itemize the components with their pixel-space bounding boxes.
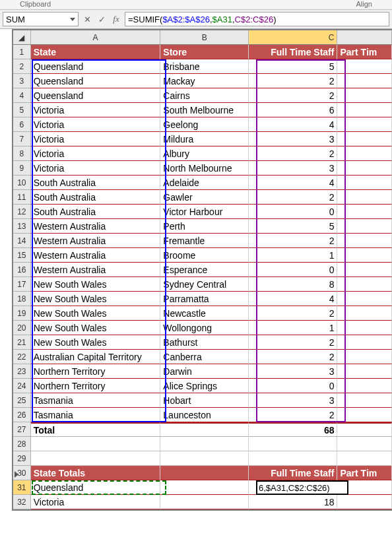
cell[interactable] (249, 437, 337, 451)
row-header[interactable]: 28 (13, 437, 31, 451)
cell-store[interactable]: Mildura (160, 132, 249, 146)
cell[interactable] (160, 422, 249, 437)
cell-state[interactable]: Queensland (31, 59, 161, 74)
col-header-A[interactable]: A (31, 30, 161, 45)
cell-store[interactable]: Esperance (160, 263, 249, 277)
cell-state[interactable]: Victoria (31, 146, 161, 161)
cell[interactable] (160, 451, 249, 466)
cell[interactable] (337, 74, 392, 88)
cell-store[interactable]: Sydney Central (160, 277, 249, 292)
row-header[interactable]: 3 (13, 74, 31, 88)
cell-store[interactable]: Brisbane (160, 59, 249, 74)
cell-store[interactable]: Parramatta (160, 292, 249, 306)
cell-value[interactable]: 2 (249, 408, 337, 422)
cell-store[interactable]: Adelaide (160, 176, 249, 190)
cell[interactable] (337, 422, 392, 437)
cell[interactable] (337, 321, 392, 335)
cell-state[interactable]: Victoria (31, 132, 161, 146)
col-header-D[interactable] (337, 30, 392, 45)
cell-value[interactable]: 0 (249, 205, 337, 219)
cell[interactable] (337, 437, 392, 451)
header-parttime[interactable]: Part Tim (337, 45, 392, 59)
select-all-corner[interactable]: ◢ (13, 30, 31, 45)
expand-icon[interactable] (15, 471, 18, 478)
name-box[interactable]: SUM (3, 12, 79, 26)
cell-store[interactable]: Gawler (160, 190, 249, 205)
row-header[interactable]: 4 (13, 88, 31, 103)
row-header[interactable]: 19 (13, 306, 31, 321)
cell[interactable] (337, 248, 392, 263)
cell-store[interactable]: Geelong (160, 117, 249, 132)
cell-value[interactable]: 5 (249, 219, 337, 234)
cell-state[interactable]: Western Australia (31, 219, 161, 234)
cell[interactable] (337, 103, 392, 117)
cell-value[interactable]: 2 (249, 146, 337, 161)
cell-store[interactable]: Mackay (160, 74, 249, 88)
cell[interactable] (31, 437, 161, 451)
cell-value[interactable]: 2 (249, 88, 337, 103)
cell-value[interactable]: 2 (249, 190, 337, 205)
fx-icon[interactable]: fx (110, 13, 122, 25)
cell[interactable] (337, 88, 392, 103)
row-header[interactable]: 2 (13, 59, 31, 74)
cell-value[interactable]: 2 (249, 234, 337, 248)
cell-state[interactable]: South Australia (31, 190, 161, 205)
cell-value[interactable]: 2 (249, 74, 337, 88)
cell-value[interactable]: 1 (249, 321, 337, 335)
cell[interactable] (160, 466, 249, 480)
total-label[interactable]: Total (31, 422, 161, 437)
cell[interactable] (337, 205, 392, 219)
cell-value[interactable]: 5 (249, 59, 337, 74)
cell-state[interactable]: New South Wales (31, 321, 161, 335)
cell-state[interactable]: South Australia (31, 176, 161, 190)
cell[interactable] (337, 335, 392, 350)
row-header[interactable]: 16 (13, 263, 31, 277)
row-header[interactable]: 31 (13, 480, 31, 495)
cell-store[interactable]: Victor Harbour (160, 205, 249, 219)
cell[interactable] (337, 364, 392, 379)
cell-store[interactable]: Albury (160, 146, 249, 161)
row-header[interactable]: 6 (13, 117, 31, 132)
cell-store[interactable]: Canberra (160, 350, 249, 364)
row-header[interactable]: 23 (13, 364, 31, 379)
row-header[interactable]: 11 (13, 190, 31, 205)
cell-value[interactable]: 0 (249, 379, 337, 393)
cell[interactable] (337, 277, 392, 292)
cell[interactable] (249, 451, 337, 466)
cell[interactable] (337, 132, 392, 146)
cell-state[interactable]: Queensland (31, 480, 161, 495)
cell-value[interactable]: 2 (249, 335, 337, 350)
cell-value[interactable]: 3 (249, 161, 337, 176)
cell[interactable] (337, 146, 392, 161)
cell-store[interactable]: Fremantle (160, 234, 249, 248)
total-value[interactable]: 68 (249, 422, 337, 437)
active-cell-editor[interactable]: 6,$A31,C$2:C$26) (256, 480, 348, 495)
cell-state[interactable]: Australian Capital Territory (31, 350, 161, 364)
cell-store[interactable]: Newcastle (160, 306, 249, 321)
cell[interactable] (337, 161, 392, 176)
cell-state[interactable]: South Australia (31, 205, 161, 219)
cell-state[interactable]: Tasmania (31, 393, 161, 408)
cell-value[interactable]: 18 (249, 495, 337, 509)
cell-value[interactable]: 6 (249, 103, 337, 117)
cell-state[interactable]: Western Australia (31, 248, 161, 263)
cell-state[interactable]: Victoria (31, 103, 161, 117)
cell[interactable] (337, 176, 392, 190)
cell-state[interactable]: Northern Territory (31, 379, 161, 393)
row-header[interactable]: 22 (13, 350, 31, 364)
cell-store[interactable]: Broome (160, 248, 249, 263)
cell-state[interactable]: Victoria (31, 495, 161, 509)
cell-store[interactable]: Perth (160, 219, 249, 234)
header-store[interactable]: Store (160, 45, 249, 59)
cell-state[interactable]: Victoria (31, 161, 161, 176)
cell[interactable] (337, 59, 392, 74)
cell-state[interactable]: Northern Territory (31, 364, 161, 379)
cancel-icon[interactable]: ✕ (81, 13, 93, 25)
row-header[interactable]: 15 (13, 248, 31, 263)
cell-state[interactable]: Western Australia (31, 234, 161, 248)
cell[interactable] (160, 495, 249, 509)
cell-state[interactable]: Tasmania (31, 408, 161, 422)
row-header[interactable]: 7 (13, 132, 31, 146)
cell-value[interactable]: 3 (249, 132, 337, 146)
cell[interactable] (160, 437, 249, 451)
